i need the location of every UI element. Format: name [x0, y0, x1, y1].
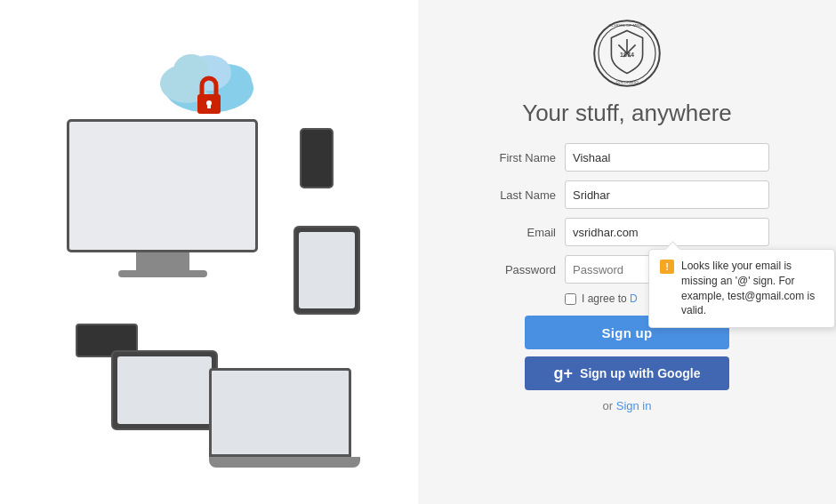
email-label: Email [485, 226, 565, 239]
first-name-label: First Name [485, 151, 565, 164]
signup-google-button[interactable]: g+ Sign up with Google [525, 356, 729, 390]
email-tooltip: ! Looks like your email is missing an '@… [648, 249, 835, 328]
google-icon: g+ [554, 364, 574, 383]
last-name-row: Last Name [485, 180, 769, 209]
or-text: or [603, 399, 614, 412]
email-input[interactable] [565, 218, 769, 246]
agree-label: I agree to D [582, 292, 638, 305]
svg-text:SCHOOL OF MINES: SCHOOL OF MINES [609, 23, 646, 28]
tooltip-warning-icon: ! [660, 260, 674, 274]
svg-text:COLORADO: COLORADO [615, 80, 639, 84]
logo-area: SCHOOL OF MINES COLORADO 1874 [591, 18, 663, 92]
first-name-row: First Name [485, 143, 769, 172]
tooltip-text: Looks like your email is missing an '@' … [681, 259, 824, 318]
tablet-bottom-illustration [111, 350, 218, 430]
email-row: Email ! Looks like your email is missing… [485, 218, 769, 246]
illustration-panel [0, 0, 418, 504]
school-logo: SCHOOL OF MINES COLORADO 1874 [591, 18, 663, 89]
cloud-lock-group [151, 39, 267, 132]
signin-link[interactable]: Sign in [616, 399, 652, 412]
svg-rect-7 [207, 103, 211, 108]
first-name-input[interactable] [565, 143, 769, 172]
signin-area: or Sign in [485, 399, 769, 412]
phone-illustration [300, 128, 334, 188]
last-name-label: Last Name [485, 188, 565, 202]
terms-link[interactable]: D [630, 292, 638, 305]
laptop-illustration [209, 368, 360, 468]
last-name-input[interactable] [565, 180, 769, 209]
signup-form: First Name Last Name Email ! Looks like … [485, 143, 769, 412]
tagline: Your stuff, anywhere [522, 100, 732, 127]
monitor-illustration [67, 119, 258, 277]
signup-google-label: Sign up with Google [580, 366, 700, 380]
signup-panel: SCHOOL OF MINES COLORADO 1874 Your stuff… [418, 0, 836, 504]
password-label: Password [485, 263, 565, 276]
tablet-large-illustration [293, 226, 360, 315]
agree-checkbox[interactable] [565, 293, 576, 305]
devices-illustration [22, 30, 396, 475]
